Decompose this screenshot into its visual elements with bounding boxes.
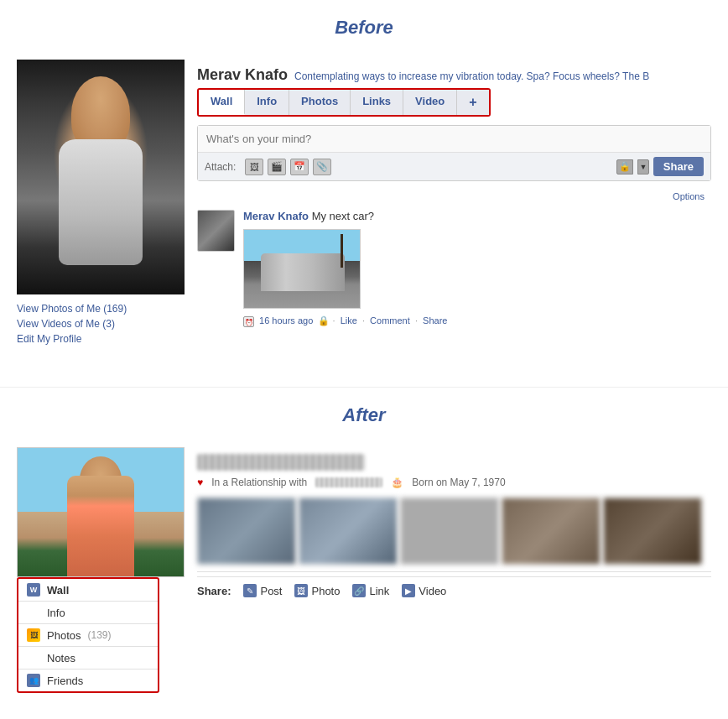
attach-calendar-icon[interactable]: 📅	[290, 159, 309, 175]
post-toolbar: Attach: 🖼 🎬 📅 📎 🔒 ▼ Share	[198, 152, 710, 180]
page-container: Before View Photos of Me (169) View Vide…	[0, 0, 728, 719]
attach-link-icon[interactable]: 📎	[313, 159, 331, 175]
before-profile-right: Merav Knafo Contemplating ways to increa…	[197, 60, 711, 353]
blurred-name-area	[197, 447, 711, 474]
share-photo-action[interactable]: 🖼 Photo	[294, 584, 340, 597]
edit-profile-link[interactable]: Edit My Profile	[17, 331, 185, 346]
view-videos-link[interactable]: View Videos of Me (3)	[17, 316, 185, 331]
video-share-icon: ▶	[402, 584, 415, 597]
tab-photos[interactable]: Photos	[289, 90, 351, 115]
after-nav-wall[interactable]: W Wall	[18, 579, 158, 602]
link-icon: 🔗	[352, 584, 366, 597]
after-nav-info-label: Info	[47, 607, 65, 619]
post-author[interactable]: Merav Knafo	[243, 210, 309, 222]
before-profile-photo	[17, 60, 185, 294]
photos-icon: 🖼	[27, 628, 40, 642]
before-section: Before View Photos of Me (169) View Vide…	[0, 8, 728, 378]
before-feed-post: Merav Knafo My next car? ⏰ 16 hours ago …	[197, 203, 711, 334]
photo-share-icon: 🖼	[294, 584, 308, 597]
share-video-label: Video	[419, 585, 446, 597]
before-profile-links: View Photos of Me (169) View Videos of M…	[17, 294, 185, 353]
post-text: My next car?	[312, 210, 374, 222]
before-title: Before	[17, 8, 711, 51]
thumbnail-4[interactable]	[502, 498, 601, 565]
post-time: 16 hours ago	[259, 315, 313, 326]
share-post-action[interactable]: ✎ Post	[243, 584, 282, 597]
born-icon: 🎂	[391, 477, 403, 488]
after-photo-person	[67, 476, 134, 576]
after-right: ♥ In a Relationship with 🎂 Born on May 7…	[197, 447, 711, 693]
share-video-action[interactable]: ▶ Video	[402, 584, 446, 597]
after-section: After W Wall I	[0, 387, 728, 718]
thumbnail-3[interactable]	[400, 498, 499, 565]
after-nav-info[interactable]: Info	[18, 602, 158, 624]
thumbnail-5[interactable]	[603, 498, 702, 565]
post-avatar	[197, 210, 235, 252]
after-nav: W Wall Info 🖼 Photos (139)	[18, 579, 158, 691]
after-nav-wrapper: W Wall Info 🖼 Photos (139)	[17, 577, 159, 693]
post-share[interactable]: Share	[423, 315, 447, 326]
after-nav-friends[interactable]: 👥 Friends	[18, 670, 158, 691]
post-image	[243, 229, 361, 309]
tab-info[interactable]: Info	[245, 90, 289, 115]
post-icon: ✎	[243, 584, 257, 597]
after-nav-photos-label: Photos	[47, 629, 81, 642]
info-icon	[27, 606, 40, 619]
post-actions: 🔒 ▼ Share	[616, 157, 704, 176]
friends-icon: 👥	[27, 674, 40, 687]
share-photo-label: Photo	[311, 585, 340, 597]
share-post-label: Post	[260, 585, 282, 597]
heart-icon: ♥	[197, 477, 203, 488]
after-nav-notes[interactable]: Notes	[18, 647, 158, 670]
after-left: W Wall Info 🖼 Photos (139)	[17, 447, 185, 693]
after-layout: W Wall Info 🖼 Photos (139)	[17, 439, 711, 701]
before-profile-status: Contemplating ways to increase my vibrat…	[294, 70, 649, 82]
lock-icon: 🔒	[616, 159, 633, 175]
relationship-blur	[315, 477, 382, 487]
post-input[interactable]	[198, 126, 710, 152]
time-icon: ⏰	[243, 316, 254, 327]
tab-video[interactable]: Video	[403, 90, 457, 115]
photo-thumbnails	[197, 498, 711, 565]
before-profile-name: Merav Knafo	[197, 66, 288, 84]
before-nav-tabs: Wall Info Photos Links Video +	[199, 90, 489, 115]
tab-links[interactable]: Links	[351, 90, 403, 115]
post-comment[interactable]: Comment	[370, 315, 410, 326]
after-share-bar: Share: ✎ Post 🖼 Photo 🔗 Link ▶	[197, 576, 711, 604]
post-content: Merav Knafo My next car? ⏰ 16 hours ago …	[243, 210, 711, 327]
share-label: Share:	[197, 585, 231, 597]
tab-wall[interactable]: Wall	[199, 90, 245, 115]
before-nav-tabs-wrapper: Wall Info Photos Links Video +	[197, 88, 491, 117]
thumbnail-2[interactable]	[299, 498, 398, 565]
after-nav-notes-label: Notes	[47, 652, 75, 664]
attach-icons: 🖼 🎬 📅 📎	[245, 159, 331, 175]
post-options[interactable]: Options	[197, 190, 711, 203]
before-profile-header: Merav Knafo Contemplating ways to increa…	[197, 60, 711, 88]
after-nav-friends-label: Friends	[47, 675, 83, 687]
wall-icon: W	[27, 583, 40, 597]
before-profile-layout: View Photos of Me (169) View Videos of M…	[17, 51, 711, 362]
divider	[197, 571, 711, 572]
attach-photo-icon[interactable]: 🖼	[245, 159, 263, 175]
share-link-label: Link	[369, 585, 389, 597]
after-nav-photos[interactable]: 🖼 Photos (139)	[18, 624, 158, 647]
before-post-box: Attach: 🖼 🎬 📅 📎 🔒 ▼ Share	[197, 125, 711, 181]
after-profile-info: ♥ In a Relationship with 🎂 Born on May 7…	[197, 474, 711, 491]
view-photos-link[interactable]: View Photos of Me (169)	[17, 301, 185, 316]
profile-photo-figure	[17, 60, 185, 294]
born-label: Born on May 7, 1970	[412, 477, 505, 488]
post-image-container	[243, 229, 711, 309]
lock-dropdown[interactable]: ▼	[637, 159, 649, 175]
attach-label: Attach:	[205, 161, 236, 173]
attach-video-icon[interactable]: 🎬	[268, 159, 286, 175]
after-nav-wall-label: Wall	[47, 584, 69, 597]
share-button[interactable]: Share	[653, 157, 704, 176]
before-profile-left: View Photos of Me (169) View Videos of M…	[17, 60, 185, 353]
photos-count: (139)	[87, 629, 111, 641]
thumbnail-1[interactable]	[197, 498, 296, 565]
post-like[interactable]: Like	[341, 315, 357, 326]
blurred-name-block	[197, 454, 365, 471]
relationship-label: In a Relationship with	[211, 477, 307, 488]
tab-plus[interactable]: +	[457, 90, 488, 115]
share-link-action[interactable]: 🔗 Link	[352, 584, 389, 597]
